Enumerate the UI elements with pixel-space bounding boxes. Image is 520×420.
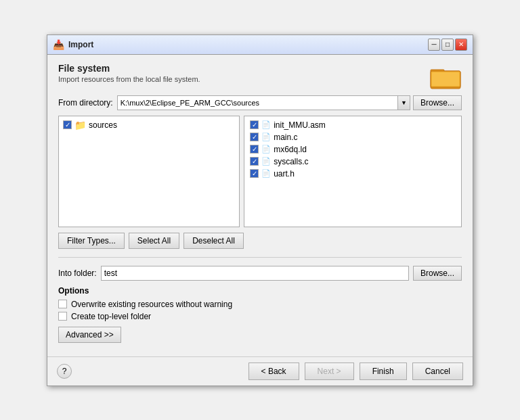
dialog-icon: 📥 (53, 39, 64, 50)
tree-item-sources[interactable]: ✓ 📁 sources (62, 119, 236, 131)
directory-combo[interactable]: K:\mux\2\Eclipse_PE_ARM_GCC\sources ▼ (117, 95, 410, 110)
file-checkbox-4[interactable]: ✓ (250, 169, 259, 178)
file-label-1: main.c (274, 133, 297, 142)
header-text: File system Import resources from the lo… (58, 63, 200, 83)
file-checkbox-0[interactable]: ✓ (250, 120, 259, 129)
file-item-4[interactable]: ✓ 📄 uart.h (247, 168, 458, 180)
footer: ? < Back Next > Finish Cancel (47, 356, 473, 386)
minimize-button[interactable]: ─ (428, 39, 440, 51)
file-icon-2: 📄 (261, 145, 271, 154)
file-checkbox-1[interactable]: ✓ (250, 133, 259, 141)
file-icon-0: 📄 (261, 120, 271, 130)
section-header: File system Import resources from the lo… (58, 63, 462, 90)
close-button[interactable]: ✕ (455, 39, 467, 51)
create-folder-checkbox[interactable] (58, 312, 67, 321)
titlebar: 📥 Import ─ □ ✕ (47, 35, 473, 55)
filter-types-button[interactable]: Filter Types... (58, 233, 125, 249)
overwrite-checkbox[interactable] (58, 300, 67, 308)
file-panels: ✓ 📁 sources ✓ 📄 init_MMU.asm ✓ 📄 main.c (58, 116, 462, 227)
back-button[interactable]: < Back (248, 363, 299, 380)
file-item-0[interactable]: ✓ 📄 init_MMU.asm (247, 119, 458, 131)
file-label-0: init_MMU.asm (274, 120, 326, 130)
dialog-content: File system Import resources from the lo… (47, 55, 473, 356)
file-label-4: uart.h (274, 169, 295, 179)
file-icon-3: 📄 (261, 157, 271, 166)
into-folder-row: Into folder: Browse... (58, 266, 462, 281)
directory-row: From directory: K:\mux\2\Eclipse_PE_ARM_… (58, 95, 462, 110)
overwrite-option-row: Overwrite existing resources without war… (58, 300, 462, 309)
into-folder-input[interactable] (101, 266, 409, 281)
help-button[interactable]: ? (57, 364, 72, 379)
file-checkbox-3[interactable]: ✓ (250, 157, 259, 166)
import-dialog: 📥 Import ─ □ ✕ File system Import resour… (47, 34, 473, 386)
file-checkbox-2[interactable]: ✓ (250, 145, 259, 154)
overwrite-label: Overwrite existing resources without war… (71, 300, 232, 309)
maximize-button[interactable]: □ (441, 39, 454, 51)
into-folder-label: Into folder: (58, 269, 97, 278)
options-title: Options (58, 286, 462, 296)
svg-rect-3 (432, 72, 459, 86)
folder-svg (429, 63, 462, 90)
directory-browse-button[interactable]: Browse... (413, 95, 462, 110)
create-folder-option-row: Create top-level folder (58, 312, 462, 321)
dialog-title: Import (68, 40, 93, 49)
cancel-button[interactable]: Cancel (412, 363, 463, 380)
file-item-2[interactable]: ✓ 📄 mx6dq.ld (247, 143, 458, 156)
file-label-3: syscalls.c (274, 157, 308, 166)
folder-browse-button[interactable]: Browse... (413, 266, 462, 281)
file-icon-1: 📄 (261, 133, 271, 142)
file-item-1[interactable]: ✓ 📄 main.c (247, 131, 458, 143)
folder-icon-large (429, 63, 462, 90)
action-buttons-row: Filter Types... Select All Deselect All (58, 233, 462, 249)
sources-folder-icon: 📁 (74, 120, 86, 131)
titlebar-controls: ─ □ ✕ (428, 39, 467, 51)
separator-1 (58, 257, 462, 258)
directory-combo-text: K:\mux\2\Eclipse_PE_ARM_GCC\sources (118, 99, 397, 107)
options-section: Options Overwrite existing resources wit… (58, 286, 462, 343)
finish-button[interactable]: Finish (360, 363, 407, 380)
sources-checkbox[interactable]: ✓ (63, 120, 72, 129)
combo-arrow-icon[interactable]: ▼ (397, 96, 410, 110)
section-subtitle: Import resources from the local file sys… (58, 75, 200, 83)
select-all-button[interactable]: Select All (129, 233, 179, 249)
file-label-2: mx6dq.ld (274, 145, 307, 154)
right-panel[interactable]: ✓ 📄 init_MMU.asm ✓ 📄 main.c ✓ 📄 mx6dq.ld… (244, 116, 462, 227)
advanced-button[interactable]: Advanced >> (58, 327, 121, 343)
section-title: File system (58, 63, 200, 74)
file-item-3[interactable]: ✓ 📄 syscalls.c (247, 156, 458, 168)
left-panel[interactable]: ✓ 📁 sources (58, 116, 240, 227)
file-icon-4: 📄 (261, 169, 271, 179)
create-folder-label: Create top-level folder (71, 312, 151, 321)
sources-label: sources (89, 120, 117, 130)
directory-label: From directory: (58, 98, 113, 108)
directory-input-wrapper: K:\mux\2\Eclipse_PE_ARM_GCC\sources ▼ Br… (117, 95, 462, 110)
next-button[interactable]: Next > (305, 363, 354, 380)
deselect-all-button[interactable]: Deselect All (183, 233, 244, 249)
titlebar-text: 📥 Import (53, 39, 93, 50)
